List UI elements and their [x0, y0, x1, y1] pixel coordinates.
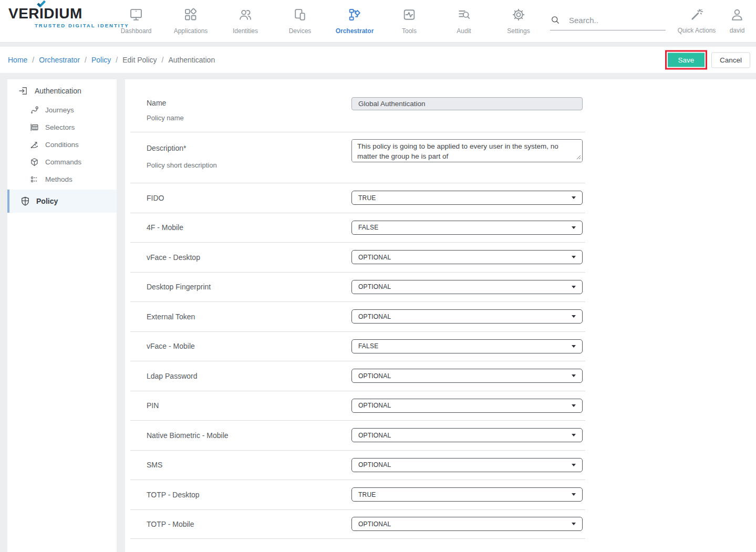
4f-mobile-dropdown[interactable]: FALSE — [351, 221, 583, 235]
fido-dropdown[interactable]: TRUE — [351, 191, 583, 205]
sidebar-item-conditions[interactable]: Conditions — [29, 136, 117, 153]
dropdown-label: SMS — [147, 461, 351, 469]
nav-label: Audit — [437, 27, 491, 35]
nav-item-tools[interactable]: Tools — [382, 5, 437, 35]
chevron-down-icon — [572, 315, 576, 318]
save-button[interactable]: Save — [668, 53, 705, 67]
dropdown-label: 4F - Mobile — [147, 223, 351, 232]
chevron-down-icon — [572, 434, 576, 436]
chevron-down-icon — [572, 374, 576, 377]
native-biometric-mobile-dropdown[interactable]: OPTIONAL — [351, 428, 583, 442]
totp-desktop-dropdown[interactable]: TRUE — [351, 487, 583, 502]
chevron-down-icon — [572, 404, 576, 407]
dashboard-icon — [109, 5, 163, 24]
breadcrumb-orchestrator[interactable]: Orchestrator — [39, 56, 80, 64]
sidebar-item-methods[interactable]: Methods — [29, 171, 117, 188]
description-helper: Policy short description — [147, 161, 351, 169]
dropdown-label: vFace - Mobile — [147, 342, 351, 350]
nav-label: Applications — [163, 27, 218, 35]
conditions-icon — [29, 140, 39, 150]
breadcrumb-bar: Home/Orchestrator/Policy/Edit Policy/Aut… — [0, 47, 756, 73]
form-row-sms: SMS OPTIONAL — [130, 450, 585, 480]
breadcrumb-authentication: Authentication — [168, 56, 215, 64]
description-label: Description* — [147, 144, 351, 152]
chevron-down-icon — [572, 256, 576, 258]
form-row-4f-mobile: 4F - Mobile FALSE — [130, 213, 585, 243]
nav-item-applications[interactable]: Applications — [163, 5, 218, 35]
totp-mobile-dropdown[interactable]: OPTIONAL — [351, 517, 583, 531]
magic-wand-icon — [674, 5, 719, 24]
dropdown-value: OPTIONAL — [358, 372, 572, 380]
dropdown-value: OPTIONAL — [358, 283, 572, 290]
sidebar-item-label: Journeys — [45, 106, 74, 114]
nav-item-orchestrator[interactable]: Orchestrator — [327, 5, 382, 35]
orchestrator-icon — [327, 5, 382, 24]
form-row-totp-mobile: TOTP - Mobile OPTIONAL — [130, 509, 585, 539]
nav-label: Identities — [218, 27, 273, 35]
nav-item-settings[interactable]: Settings — [491, 5, 546, 35]
logo-checkmark-icon — [37, 0, 46, 7]
sidebar-item-label: Selectors — [45, 123, 75, 131]
page-actions: Save Cancel — [665, 50, 750, 70]
nav-item-identities[interactable]: Identities — [218, 5, 273, 35]
breadcrumb-edit-policy: Edit Policy — [122, 56, 157, 64]
policy-form: Name Policy name Description* Policy sho… — [130, 79, 585, 539]
dropdown-value: FALSE — [358, 342, 572, 350]
breadcrumb-separator: / — [111, 56, 122, 64]
nav-item-audit[interactable]: Audit — [437, 5, 491, 35]
main-layout: Authentication Journeys Selectors Condit… — [7, 79, 756, 552]
quick-actions-label: Quick Actions — [674, 27, 719, 34]
name-label: Name — [147, 99, 351, 107]
username-label: david — [723, 27, 751, 34]
form-row-ldap-password: Ldap Password OPTIONAL — [130, 361, 585, 391]
dropdown-label: External Token — [147, 313, 351, 321]
sidebar-item-policy-active[interactable]: Policy — [7, 190, 117, 213]
tools-icon — [382, 5, 437, 24]
cancel-button[interactable]: Cancel — [711, 52, 750, 68]
external-token-dropdown[interactable]: OPTIONAL — [351, 309, 583, 324]
chevron-down-icon — [572, 226, 576, 229]
sidebar-item-commands[interactable]: Commands — [29, 153, 117, 171]
vface-desktop-dropdown[interactable]: OPTIONAL — [351, 250, 583, 264]
nav-item-dashboard[interactable]: Dashboard — [109, 5, 163, 35]
form-row-vface-desktop: vFace - Desktop OPTIONAL — [130, 242, 585, 272]
policy-name-input[interactable] — [351, 97, 583, 110]
desktop-fingerprint-dropdown[interactable]: OPTIONAL — [351, 280, 583, 294]
nav-label: Orchestrator — [327, 27, 382, 35]
app-header: VERIDIUM TRUSTED DIGITAL IDENTITY Dashbo… — [0, 0, 756, 43]
global-search — [550, 15, 666, 30]
audit-icon — [437, 5, 491, 24]
dropdown-label: FIDO — [147, 194, 351, 202]
breadcrumb-separator: / — [27, 56, 39, 64]
policy-edit-panel: Name Policy name Description* Policy sho… — [125, 79, 756, 552]
login-icon — [18, 86, 28, 96]
quick-actions-button[interactable]: Quick Actions — [674, 5, 719, 34]
sms-dropdown[interactable]: OPTIONAL — [351, 458, 583, 472]
sidebar-item-journeys[interactable]: Journeys — [29, 101, 117, 119]
dropdown-label: TOTP - Desktop — [147, 491, 351, 499]
sidebar-item-authentication[interactable]: Authentication — [7, 79, 117, 96]
vface-mobile-dropdown[interactable]: FALSE — [351, 339, 583, 353]
search-input[interactable] — [569, 16, 653, 25]
dropdown-label: vFace - Desktop — [147, 253, 351, 262]
form-row-name: Name Policy name — [130, 79, 585, 132]
sidebar-item-selectors[interactable]: Selectors — [29, 119, 117, 136]
identities-icon — [218, 5, 273, 24]
resize-grip-icon[interactable] — [576, 155, 581, 160]
form-row-external-token: External Token OPTIONAL — [130, 301, 585, 331]
pin-dropdown[interactable]: OPTIONAL — [351, 399, 583, 413]
form-row-desktop-fingerprint: Desktop Fingerprint OPTIONAL — [130, 272, 585, 302]
breadcrumb-policy[interactable]: Policy — [91, 56, 111, 64]
sidebar-sub-items: Journeys Selectors Conditions Commands M… — [7, 101, 117, 188]
dropdown-label: Desktop Fingerprint — [147, 283, 351, 291]
policy-description-textarea[interactable] — [351, 139, 583, 162]
breadcrumb-home[interactable]: Home — [8, 56, 27, 64]
ldap-password-dropdown[interactable]: OPTIONAL — [351, 369, 583, 383]
nav-item-devices[interactable]: Devices — [273, 5, 327, 35]
user-avatar-icon — [723, 5, 751, 24]
dropdown-value: OPTIONAL — [358, 313, 572, 320]
user-menu[interactable]: david — [723, 5, 751, 34]
dropdown-value: OPTIONAL — [358, 432, 572, 439]
dropdown-value: OPTIONAL — [358, 461, 572, 468]
applications-icon — [163, 5, 218, 24]
